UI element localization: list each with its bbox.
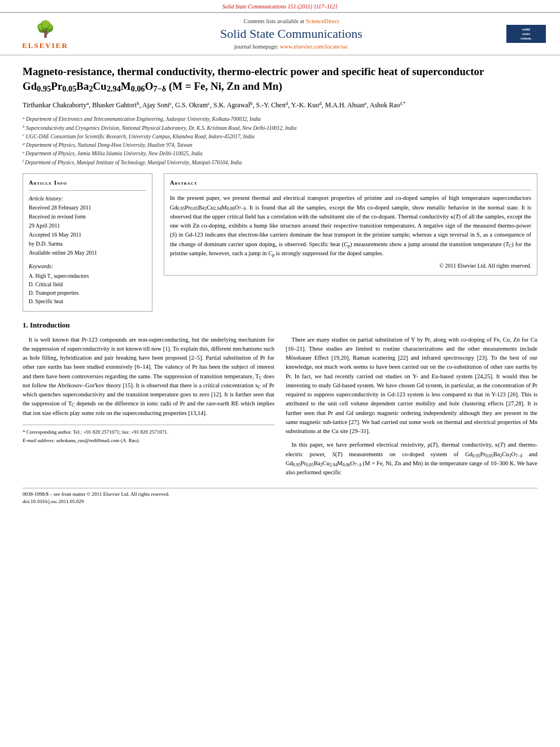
affil-c: c UGC-DAE Consortium for Scientific Rese… (23, 133, 537, 141)
affil-f: f Department of Physics, Manipal Institu… (23, 159, 537, 167)
authors-line: Tirthankar Chakrabortya, Bhasker Gahtori… (23, 100, 537, 111)
homepage-link[interactable]: www.elsevier.com/locate/ssc (280, 43, 348, 50)
available-online: Available online 26 May 2011 (29, 248, 146, 257)
content-avail-text: Contents lists available at (243, 18, 304, 24)
editor-by: by D.D. Sarma (29, 239, 146, 248)
right-col: Abstract In the present paper, we presen… (164, 173, 537, 312)
bottom-line: 0038-1098/$ – see front matter © 2011 El… (23, 488, 537, 506)
abstract-box: Abstract In the present paper, we presen… (164, 173, 537, 276)
revised-date: 29 April 2011 (29, 221, 146, 230)
received-date: Received 28 February 2011 (29, 203, 146, 212)
affil-b: b Superconductivity and Cryogenics Divis… (23, 124, 537, 132)
journal-header: 🌳 ELSEVIER Contents lists available at S… (0, 12, 560, 55)
ssc-title: solidstatecomm. (510, 27, 542, 41)
footnote-area: * Corresponding author. Tel.: +91 820 25… (23, 425, 274, 445)
issn-line: 0038-1098/$ – see front matter © 2011 El… (23, 491, 537, 499)
article-info-box: Article Info Article history: Received 2… (23, 173, 152, 312)
top-banner: Solid State Communications 151 (2011) 11… (0, 0, 560, 12)
affil-e: e Department of Physics, Jamia Millia Is… (23, 150, 537, 158)
doi-line: doi:10.1016/j.ssc.2011.05.029 (23, 498, 537, 506)
article-info-title: Article Info (29, 178, 146, 191)
affil-d: d Department of Physics, National Dong-H… (23, 141, 537, 149)
ssc-logo-box: solidstatecomm. (506, 25, 546, 43)
keywords-title: Keywords: (29, 262, 146, 271)
intro-para-1: It is well known that Pr-123 compounds a… (23, 335, 274, 418)
ssc-logo-right: solidstatecomm. (504, 25, 549, 43)
journal-ref: Solid State Communications 151 (2011) 11… (0, 2, 560, 12)
copyright-line: © 2011 Elsevier Ltd. All rights reserved… (170, 261, 531, 270)
journal-main-title: Solid State Communications (79, 27, 504, 41)
thermal-word: thermal (117, 65, 153, 77)
journal-title-center: Contents lists available at ScienceDirec… (79, 18, 504, 50)
homepage-label: journal homepage: (234, 43, 278, 50)
intro-para-2: There are many studies on partial substi… (286, 335, 537, 436)
affil-a: a Department of Electronics and Telecomm… (23, 115, 537, 123)
body-right-col: There are many studies on partial substi… (286, 335, 537, 482)
thermo-electric-word: thermo-electric (217, 65, 287, 77)
affiliations: a Department of Electronics and Telecomm… (23, 115, 537, 167)
section-heading: Introduction (30, 321, 70, 329)
main-content: Magneto-resistance, thermal conductivity… (0, 55, 560, 517)
section-title: 1. Introduction (23, 321, 537, 330)
abstract-title: Abstract (170, 178, 531, 190)
keyword-3: D. Transport properties (29, 289, 146, 298)
section-introduction: 1. Introduction It is well known that Pr… (23, 321, 537, 482)
footnote-2: E-mail address: ashokanu_rao@rediffmail.… (23, 437, 274, 445)
section-number: 1. (23, 321, 28, 329)
footnote-1: * Corresponding author. Tel.: +91 820 25… (23, 429, 274, 436)
intro-para-3: In this paper, we have performed electri… (286, 440, 537, 477)
info-abstract-section: Article Info Article history: Received 2… (23, 173, 537, 312)
left-col: Article Info Article history: Received 2… (23, 173, 152, 312)
history-title: Article history: (29, 194, 146, 203)
article-title: Magneto-resistance, thermal conductivity… (23, 64, 537, 93)
accepted-date: Accepted 16 May 2011 (29, 230, 146, 239)
elsevier-tree-image: 🌳 (23, 18, 68, 40)
keyword-1: A. High Tc superconductors (29, 272, 146, 281)
abstract-text: In the present paper, we present thermal… (170, 194, 531, 258)
journal-homepage-line: journal homepage: www.elsevier.com/locat… (79, 43, 504, 50)
elsevier-logo: 🌳 ELSEVIER (11, 18, 79, 50)
body-left-col: It is well known that Pr-123 compounds a… (23, 335, 274, 482)
sciencedirect-link[interactable]: ScienceDirect (306, 18, 339, 24)
keyword-2: D. Critical field (29, 281, 146, 289)
body-columns: It is well known that Pr-123 compounds a… (23, 335, 537, 482)
elsevier-wordmark: ELSEVIER (22, 41, 68, 50)
content-avail-line: Contents lists available at ScienceDirec… (79, 18, 504, 24)
received-revised-label: Received in revised form (29, 212, 146, 221)
keyword-4: D. Specific heat (29, 298, 146, 306)
tree-icon: 🌳 (36, 20, 55, 38)
